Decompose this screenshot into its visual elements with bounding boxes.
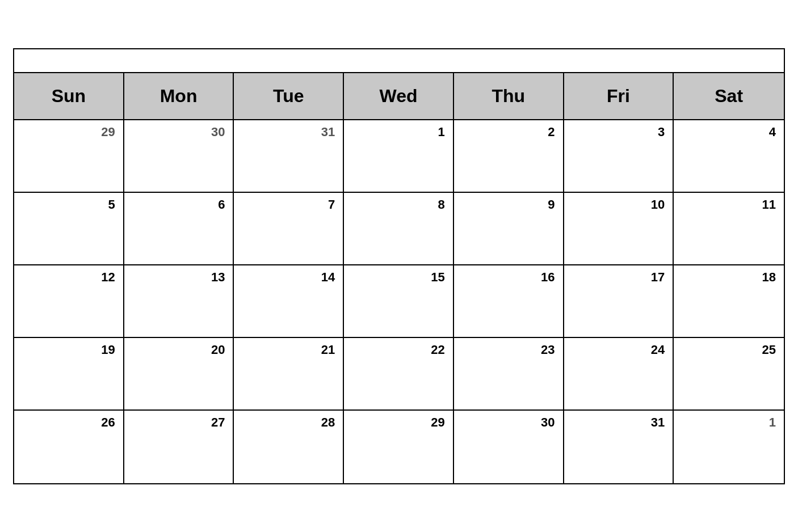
day-cell[interactable]: 31 [234,120,344,193]
day-number: 25 [677,341,778,357]
header-mon: Mon [124,73,234,120]
day-number: 7 [237,196,337,212]
day-number: 18 [677,269,778,285]
day-cell[interactable]: 24 [564,338,674,411]
day-cell[interactable]: 18 [674,265,784,338]
day-number: 4 [677,124,778,140]
header-fri: Fri [564,73,674,120]
day-number: 29 [347,414,447,430]
day-cell[interactable]: 1 [344,120,454,193]
day-cell[interactable]: 29 [344,411,454,483]
day-number: 23 [457,341,557,357]
day-cell[interactable]: 10 [564,193,674,265]
day-cell[interactable]: 13 [124,265,234,338]
day-number: 20 [128,341,228,357]
day-cell[interactable]: 9 [454,193,564,265]
day-number: 6 [128,196,228,212]
day-number: 15 [347,269,447,285]
header-thu: Thu [454,73,564,120]
day-cell[interactable]: 19 [14,338,124,411]
day-cell[interactable]: 6 [124,193,234,265]
day-cell[interactable]: 31 [564,411,674,483]
day-number: 30 [457,414,557,430]
calendar-title [14,49,784,73]
day-cell[interactable]: 29 [14,120,124,193]
calendar-row-4: 19202122232425 [14,338,784,411]
day-cell[interactable]: 30 [124,120,234,193]
calendar-grid: Sun Mon Tue Wed Thu Fri Sat [14,73,784,120]
day-number: 17 [568,269,667,285]
day-number: 12 [18,269,117,285]
day-number: 19 [18,341,117,357]
header-sat: Sat [674,73,784,120]
calendar-row-2: 567891011 [14,193,784,265]
day-number: 16 [457,269,557,285]
day-number: 1 [347,124,447,140]
day-number: 31 [568,414,667,430]
calendar-row-5: 2627282930311 [14,411,784,483]
day-cell[interactable]: 17 [564,265,674,338]
calendar-weeks: 2930311234567891011121314151617181920212… [14,120,784,483]
calendar: Sun Mon Tue Wed Thu Fri Sat 293031123456… [13,48,785,484]
day-number: 9 [457,196,557,212]
day-cell[interactable]: 21 [234,338,344,411]
day-number: 3 [568,124,667,140]
day-number: 10 [568,196,667,212]
day-cell[interactable]: 15 [344,265,454,338]
day-cell[interactable]: 20 [124,338,234,411]
day-number: 27 [128,414,228,430]
day-cell[interactable]: 11 [674,193,784,265]
day-cell[interactable]: 27 [124,411,234,483]
day-cell[interactable]: 26 [14,411,124,483]
day-number: 8 [347,196,447,212]
calendar-row-1: 2930311234 [14,120,784,193]
day-cell[interactable]: 14 [234,265,344,338]
day-cell[interactable]: 12 [14,265,124,338]
day-cell[interactable]: 25 [674,338,784,411]
day-number: 29 [18,124,117,140]
day-cell[interactable]: 1 [674,411,784,483]
day-cell[interactable]: 2 [454,120,564,193]
day-number: 2 [457,124,557,140]
day-number: 30 [128,124,228,140]
header-sun: Sun [14,73,124,120]
day-cell[interactable]: 7 [234,193,344,265]
day-number: 11 [677,196,778,212]
day-number: 31 [237,124,337,140]
day-cell[interactable]: 3 [564,120,674,193]
day-cell[interactable]: 30 [454,411,564,483]
day-number: 5 [18,196,117,212]
day-number: 24 [568,341,667,357]
day-cell[interactable]: 16 [454,265,564,338]
day-cell[interactable]: 22 [344,338,454,411]
day-number: 14 [237,269,337,285]
day-cell[interactable]: 28 [234,411,344,483]
day-number: 26 [18,414,117,430]
day-number: 21 [237,341,337,357]
day-number: 28 [237,414,337,430]
day-number: 13 [128,269,228,285]
day-cell[interactable]: 8 [344,193,454,265]
day-cell[interactable]: 4 [674,120,784,193]
header-wed: Wed [344,73,454,120]
day-number: 1 [677,414,778,430]
day-cell[interactable]: 23 [454,338,564,411]
calendar-row-3: 12131415161718 [14,265,784,338]
day-number: 22 [347,341,447,357]
header-tue: Tue [234,73,344,120]
day-cell[interactable]: 5 [14,193,124,265]
